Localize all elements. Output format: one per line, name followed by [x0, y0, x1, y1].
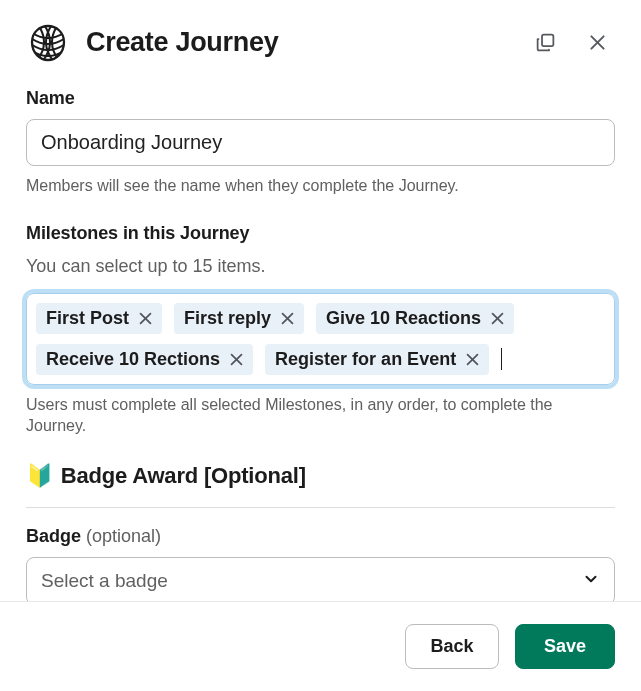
name-label: Name: [26, 88, 615, 109]
milestone-chip: Register for an Event: [265, 344, 489, 375]
chip-label: First Post: [46, 308, 129, 329]
badge-award-heading: 🔰 Badge Award [Optional]: [26, 463, 615, 489]
milestone-chip: First reply: [174, 303, 304, 334]
chevron-down-icon: [582, 570, 600, 592]
save-button[interactable]: Save: [515, 624, 615, 669]
name-input[interactable]: [26, 119, 615, 166]
back-button[interactable]: Back: [405, 624, 499, 669]
close-icon[interactable]: [579, 24, 615, 60]
milestones-multiselect[interactable]: First Post First reply Give 10 Reactions…: [26, 293, 615, 385]
milestones-label: Milestones in this Journey: [26, 223, 615, 244]
svg-rect-0: [542, 34, 553, 45]
milestones-helper: Users must complete all selected Milesto…: [26, 394, 615, 437]
new-window-icon[interactable]: [527, 24, 563, 60]
chip-label: First reply: [184, 308, 271, 329]
milestones-subhelper: You can select up to 15 items.: [26, 254, 615, 279]
badge-select-placeholder: Select a badge: [41, 570, 168, 592]
remove-chip-icon[interactable]: [137, 310, 154, 327]
remove-chip-icon[interactable]: [279, 310, 296, 327]
remove-chip-icon[interactable]: [228, 351, 245, 368]
badge-label: Badge (optional): [26, 526, 615, 547]
milestone-chip: Receive 10 Rections: [36, 344, 253, 375]
badge-select[interactable]: Select a badge: [26, 557, 615, 605]
text-cursor: [501, 348, 502, 370]
chip-label: Register for an Event: [275, 349, 456, 370]
divider: [26, 507, 615, 508]
chip-label: Give 10 Reactions: [326, 308, 481, 329]
name-helper: Members will see the name when they comp…: [26, 175, 615, 197]
badge-label-text: Badge: [26, 526, 86, 546]
badge-emoji-icon: 🔰: [26, 463, 53, 489]
remove-chip-icon[interactable]: [489, 310, 506, 327]
app-logo: [26, 20, 70, 64]
chip-label: Receive 10 Rections: [46, 349, 220, 370]
badge-label-optional: (optional): [86, 526, 161, 546]
remove-chip-icon[interactable]: [464, 351, 481, 368]
milestone-chip: First Post: [36, 303, 162, 334]
milestone-chip: Give 10 Reactions: [316, 303, 514, 334]
modal-footer: Back Save: [0, 601, 641, 691]
modal-title: Create Journey: [86, 27, 527, 58]
badge-award-heading-text: Badge Award [Optional]: [61, 463, 306, 489]
